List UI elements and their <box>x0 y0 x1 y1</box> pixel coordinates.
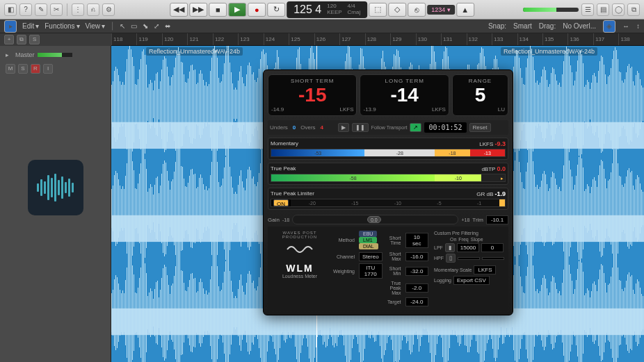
catch-icon[interactable]: ⬌ <box>165 22 170 30</box>
gain-slider[interactable]: 0.0 <box>292 215 458 224</box>
hpf-on-toggle[interactable]: ▯ <box>446 254 456 263</box>
zoom-tool-icon[interactable]: ⤢ <box>154 22 159 30</box>
flex-icon[interactable]: ⎌ <box>87 3 99 16</box>
short-max-field[interactable]: -16.0 <box>405 252 429 261</box>
automation-icon[interactable]: ⋮ <box>72 3 84 16</box>
plugin-timer: 00:01:52 <box>424 122 466 133</box>
add-track-button[interactable]: + <box>4 35 14 44</box>
reset-button[interactable]: Reset <box>469 123 491 132</box>
plugin-pause-button[interactable]: ❚❚ <box>352 123 369 132</box>
zoom-h-icon[interactable]: ↔ <box>622 22 629 30</box>
help-icon[interactable]: ? <box>19 3 32 16</box>
drag-menu[interactable]: No Overl... <box>563 22 596 30</box>
record-enable-button[interactable]: R <box>31 64 40 74</box>
region-name-2: Reflection_UnmasteredWAV-24b <box>501 47 597 56</box>
track-icon[interactable] <box>28 160 83 215</box>
waveform-icon <box>37 174 74 201</box>
trim-value[interactable]: -10.1 <box>486 215 508 224</box>
momentary-meter: MomentaryLKFS -9.3 -53 -28 -18 -13 <box>268 138 508 160</box>
list-icon[interactable]: ☰ <box>581 3 594 16</box>
range-meter: RANGE 5 LU <box>452 74 508 116</box>
region-name: Reflection_UnmasteredWAV-24b <box>146 47 243 56</box>
wlm-plugin-window[interactable]: SHORT TERM -15 -14.9LKFS LONG TERM -14 -… <box>263 69 513 315</box>
solo-header[interactable]: S <box>29 35 40 44</box>
stop-button[interactable]: ■ <box>209 3 227 17</box>
unders-value: 0 <box>291 124 298 131</box>
target-field[interactable]: -24.0 <box>405 297 429 306</box>
hpf-slope[interactable] <box>482 257 504 260</box>
duplicate-track-button[interactable]: ⧉ <box>17 35 26 44</box>
solo-button[interactable]: S <box>18 64 28 74</box>
master-track[interactable]: ▸ Master <box>3 49 108 61</box>
metronome-icon[interactable]: ▲ <box>456 3 474 17</box>
short-min-field[interactable]: -32.0 <box>405 267 429 276</box>
mute-button[interactable]: M <box>6 64 15 74</box>
forward-button[interactable]: ▶▶ <box>189 3 207 17</box>
marquee-tool-icon[interactable]: ▭ <box>131 22 137 30</box>
autopunch-button[interactable]: ◇ <box>388 3 406 17</box>
lpf-slope[interactable]: 0 <box>481 243 504 252</box>
cycle-button[interactable]: ↻ <box>267 3 285 17</box>
loops-icon[interactable]: ◯ <box>612 3 625 16</box>
plugin-play-button[interactable]: ▶ <box>338 123 349 132</box>
zoom-v-icon[interactable]: ↕ <box>636 22 640 30</box>
tuner-button[interactable]: ⎋ <box>408 3 426 17</box>
short-term-meter: SHORT TERM -15 -14.9LKFS <box>268 74 357 116</box>
hpf-freq[interactable] <box>458 257 480 260</box>
scissors-icon[interactable]: ✂ <box>50 3 63 16</box>
master-label: Master <box>15 51 35 58</box>
waves-logo-icon <box>286 239 314 260</box>
method-ebu-button[interactable]: EBU <box>359 231 377 237</box>
limiter-on-button[interactable]: ON <box>273 199 289 206</box>
tpmax-field[interactable]: -2.0 <box>405 283 429 293</box>
channel-select[interactable]: Stereo <box>359 252 383 261</box>
play-button[interactable]: ▶ <box>228 3 246 17</box>
functions-menu[interactable]: Functions ▾ <box>45 22 79 30</box>
edit-menu[interactable]: Edit ▾ <box>22 22 39 30</box>
weighting-select[interactable]: ITU 1770 <box>359 263 383 279</box>
link-button[interactable]: ◈ <box>603 20 615 33</box>
automation-tool-icon[interactable]: ⬊ <box>143 22 148 30</box>
master-meter <box>523 8 579 12</box>
track-meter <box>38 53 72 57</box>
method-lm1-button[interactable]: LM1 <box>359 237 377 243</box>
tpl-meter: True Peak LimiterGR dB -1.9 ON -20-15-10… <box>268 188 508 210</box>
plugin-settings: WAVES POST PRODUCTION WLM Loudness Meter… <box>268 227 508 311</box>
notes-icon[interactable]: ▤ <box>597 3 609 16</box>
overs-value: 4 <box>319 124 325 131</box>
settings-icon[interactable]: ⚙ <box>102 3 115 16</box>
main-toolbar: ◧ ? ✎ ✂ ⋮ ⎌ ⚙ ◀◀ ▶▶ ■ ▶ ● ↻ 125 4 120KEE… <box>0 0 644 19</box>
record-button[interactable]: ● <box>248 3 266 17</box>
lcd-display[interactable]: 125 4 120KEEP 4/4Cmaj <box>287 1 367 18</box>
position-display: 125 4 <box>293 3 321 16</box>
follow-toggle[interactable]: ↗ <box>410 123 421 132</box>
track-toolbar: ▸ Edit ▾ Functions ▾ View ▾ ⎮ ↖ ▭ ⬊ ⤢ ⬌ … <box>0 19 644 33</box>
transport-controls: ◀◀ ▶▶ ■ ▶ ● ↻ 125 4 120KEEP 4/4Cmaj ⬚ ◇ … <box>170 1 474 18</box>
replace-button[interactable]: ⬚ <box>369 3 387 17</box>
browser-icon[interactable]: ⧉ <box>627 3 640 16</box>
truepeak-meter: True PeakdBTP 0.0 -58 -10 ▸ <box>268 163 508 185</box>
library-icon[interactable]: ◧ <box>4 3 17 16</box>
rewind-button[interactable]: ◀◀ <box>170 3 188 17</box>
count-in[interactable]: 1234 ▾ <box>427 5 455 15</box>
pointer-tool-icon[interactable]: ↖ <box>120 22 125 30</box>
lpf-on-toggle[interactable]: ▮ <box>445 243 455 252</box>
input-button[interactable]: I <box>43 64 53 74</box>
lpf-freq[interactable]: 15000 <box>457 243 479 252</box>
snap-menu[interactable]: Smart <box>513 22 532 30</box>
view-menu[interactable]: View ▾ <box>86 22 106 30</box>
timeline-ruler[interactable]: 118 119 120 121 122 123 124 125 126 127 … <box>111 33 644 46</box>
long-term-meter: LONG TERM -14 -13.9LKFS <box>360 74 449 116</box>
short-time-field[interactable]: 10 sec <box>405 233 429 248</box>
momentary-scale-select[interactable]: LKFS <box>474 265 496 274</box>
tool-icon[interactable]: ✎ <box>35 3 47 16</box>
export-csv-button[interactable]: Export CSV <box>453 276 490 285</box>
track-list: ▸ Master M S R I <box>0 46 111 362</box>
inspector-button[interactable]: ▸ <box>4 20 17 33</box>
method-dial-button[interactable]: DIAL <box>359 243 378 249</box>
